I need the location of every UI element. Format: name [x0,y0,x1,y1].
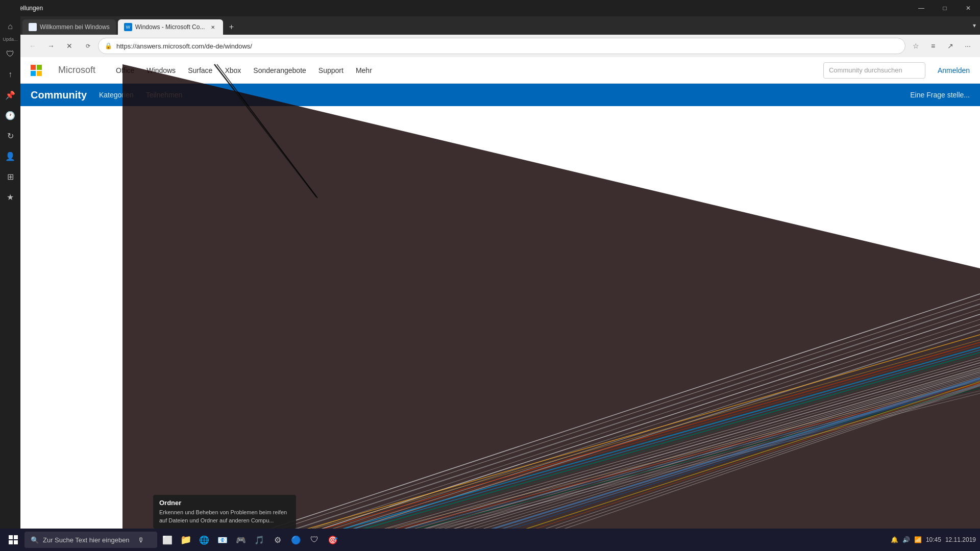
extra-icon1[interactable]: 🎯 [325,532,341,548]
svg-line-26 [424,375,980,544]
svg-line-34 [444,378,980,544]
tooltip-title: Ordner [159,499,290,507]
sidebar-update-label: Upda... [3,37,17,42]
tab-welcome-icon [29,23,37,31]
community-search-input[interactable]: Community durchsuchen [823,62,925,79]
nav-sonderangebote[interactable]: Sonderangebote [253,66,306,74]
community-bar: Community Kategorien Teilnehmen Eine Fra… [20,84,980,106]
svg-line-13 [291,347,980,544]
refresh-button[interactable]: ⟳ [80,38,96,54]
url-text: https://answers.microsoft.com/de-de/wind… [116,42,252,50]
mail-button[interactable]: 📧 [214,532,231,548]
file-explorer-button[interactable]: 📁 [178,532,194,548]
community-kategorien[interactable]: Kategorien [99,91,134,99]
ms-logo-squares [31,65,42,76]
browser-sidebar: ⌂ Upda... 🛡 ↑ 📌 🕐 ↻ 👤 ⊞ ★ [0,0,20,551]
svg-line-1 [225,294,980,544]
tab-add-button[interactable]: + [223,19,239,35]
sidebar-star-icon[interactable]: ★ [2,189,18,205]
minimize-button[interactable]: — [910,0,933,16]
volume-icon[interactable]: 🔊 [902,536,910,543]
back-button[interactable]: ← [24,38,41,54]
edge-button[interactable]: 🌐 [196,532,212,548]
svg-line-32 [368,391,980,544]
browser-taskbar-icon[interactable]: 🔵 [288,532,304,548]
forward-button[interactable]: → [43,38,59,54]
tooltip-popup: Ordner Erkennen und Beheben von Probleme… [153,495,296,529]
network-icon[interactable]: 📶 [914,536,922,543]
read-view-button[interactable]: ≡ [925,38,941,54]
svg-line-20 [362,365,980,544]
tab-welcome[interactable]: Willkommen bei Windows [22,19,116,35]
settings-button[interactable]: ⚙ [270,532,286,548]
search-icon: 🔍 [31,536,39,544]
svg-line-36 [464,380,980,544]
xbox-button[interactable]: 🎮 [233,532,249,548]
date-display: 12.11.2019 [945,536,976,543]
favorites-button[interactable]: ☆ [908,38,924,54]
tab-windows-close[interactable]: ✕ [209,23,217,31]
glitch-svg [20,57,980,551]
svg-line-5 [276,314,980,544]
taskbar-search-placeholder: Zur Suche Text hier eingeben [43,536,130,544]
nav-office[interactable]: Office [116,66,134,74]
groove-music-button[interactable]: 🎵 [251,532,267,548]
svg-line-38 [490,383,980,544]
svg-line-10 [260,340,980,544]
svg-line-8 [306,330,980,544]
svg-line-9 [255,335,980,544]
sidebar-shield-icon[interactable]: 🛡 [2,46,18,62]
nav-xbox[interactable]: Xbox [225,66,241,74]
nav-mehr[interactable]: Mehr [356,66,372,74]
svg-line-2 [235,299,980,544]
tab-windows[interactable]: W Windows - Microsoft Co... ✕ [118,19,224,35]
svg-line-4 [265,309,980,544]
svg-line-18 [342,360,980,544]
nav-surface[interactable]: Surface [188,66,212,74]
sidebar-sync-icon[interactable]: ↻ [2,128,18,144]
svg-line-14 [301,350,980,544]
notification-icon[interactable]: 🔔 [891,536,898,543]
svg-line-12 [281,345,980,544]
sidebar-upload-icon[interactable]: ↑ [2,66,18,83]
ask-question-button[interactable]: Eine Frage stelle... [910,91,970,99]
svg-line-19 [352,363,980,544]
maximize-button[interactable]: □ [933,0,957,16]
svg-line-7 [296,324,980,544]
defender-taskbar-icon[interactable]: 🛡 [306,532,323,548]
taskbar-right: 🔔 🔊 📶 10:45 12.11.2019 [891,536,976,543]
svg-line-17 [332,358,980,544]
svg-line-27 [434,377,980,544]
nav-support[interactable]: Support [318,66,344,74]
sidebar-history-icon[interactable]: 🕐 [2,107,18,123]
sidebar-home-icon[interactable]: ⌂ [2,18,18,35]
svg-line-33 [378,393,980,544]
signin-button[interactable]: Anmelden [938,66,970,74]
tab-windows-label: Windows - Microsoft Co... [135,23,205,31]
svg-marker-0 [122,64,980,544]
close-button[interactable]: ✕ [957,0,980,16]
sidebar-pin-icon[interactable]: 📌 [2,87,18,103]
community-teilnehmen[interactable]: Teilnehmen [146,91,183,99]
svg-line-6 [286,319,980,544]
ms-topnav: Microsoft Office Windows Surface Xbox So… [20,57,980,84]
more-button[interactable]: ··· [960,38,976,54]
share-button[interactable]: ↗ [942,38,959,54]
task-view-button[interactable]: ⬜ [159,532,176,548]
time-display: 10:45 [926,536,941,543]
sidebar-grid-icon[interactable]: ⊞ [2,168,18,185]
tab-dropdown-button[interactable]: ▾ [973,22,976,29]
start-button[interactable] [4,531,22,549]
tooltip-body: Erkennen und Beheben von Problemen beim … [159,509,290,524]
svg-line-40 [510,385,980,544]
glitch-overlay [20,57,980,551]
svg-line-21 [373,368,980,544]
taskbar-search-box[interactable]: 🔍 Zur Suche Text hier eingeben 🎙 [24,532,157,548]
nav-windows[interactable]: Windows [146,66,176,74]
sidebar-person-icon[interactable]: 👤 [2,148,18,164]
svg-line-15 [311,353,980,544]
reload-button[interactable]: ✕ [61,38,78,54]
window-controls: — □ ✕ [910,0,980,16]
url-bar[interactable]: 🔒 https://answers.microsoft.com/de-de/wi… [98,38,905,54]
svg-line-29 [337,383,980,544]
